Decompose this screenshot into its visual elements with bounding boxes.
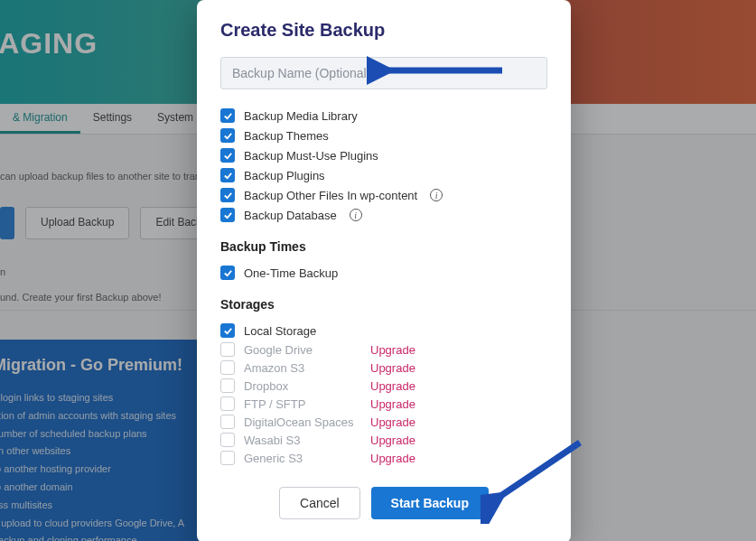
- check-media-library[interactable]: Backup Media Library: [220, 106, 547, 126]
- upgrade-link[interactable]: Upgrade: [370, 361, 415, 375]
- upgrade-link[interactable]: Upgrade: [370, 434, 415, 447]
- storage-label: Google Drive: [244, 343, 361, 357]
- storages-heading: Storages: [220, 297, 547, 312]
- upgrade-link[interactable]: Upgrade: [370, 343, 415, 357]
- checkbox-icon: [220, 148, 235, 163]
- modal-title: Create Site Backup: [220, 20, 547, 41]
- upgrade-link[interactable]: Upgrade: [370, 415, 415, 429]
- storage-wasabi: Wasabi S3 Upgrade: [220, 431, 547, 449]
- check-label: Backup Plugins: [244, 169, 325, 182]
- storage-label: Dropbox: [244, 379, 361, 393]
- checkbox-icon: [220, 451, 235, 465]
- storage-digitalocean: DigitalOcean Spaces Upgrade: [220, 413, 547, 431]
- check-other-files[interactable]: Backup Other Files In wp-content i: [220, 185, 547, 205]
- storage-google-drive: Google Drive Upgrade: [220, 340, 547, 359]
- check-label: One-Time Backup: [244, 266, 338, 280]
- check-label: Local Storage: [244, 324, 361, 338]
- checkbox-icon: [220, 266, 235, 280]
- storage-label: FTP / SFTP: [244, 397, 361, 411]
- upgrade-link[interactable]: Upgrade: [370, 452, 415, 465]
- upgrade-link[interactable]: Upgrade: [370, 379, 415, 393]
- storage-label: Wasabi S3: [244, 434, 361, 447]
- check-local-storage[interactable]: Local Storage: [220, 321, 547, 340]
- check-themes[interactable]: Backup Themes: [220, 126, 547, 145]
- checkbox-icon: [220, 342, 235, 357]
- storage-dropbox: Dropbox Upgrade: [220, 377, 547, 395]
- checkbox-icon: [220, 208, 235, 222]
- checkbox-icon: [220, 433, 235, 447]
- checkbox-icon: [220, 360, 235, 375]
- check-mu-plugins[interactable]: Backup Must-Use Plugins: [220, 145, 547, 165]
- cancel-button[interactable]: Cancel: [279, 487, 360, 519]
- checkbox-icon: [220, 108, 235, 123]
- modal-actions: Cancel Start Backup: [220, 487, 547, 519]
- info-icon[interactable]: i: [430, 189, 443, 201]
- upgrade-link[interactable]: Upgrade: [370, 397, 415, 411]
- check-database[interactable]: Backup Database i: [220, 205, 547, 225]
- create-backup-modal: Create Site Backup Backup Media Library …: [197, 0, 571, 541]
- checkbox-icon: [220, 323, 235, 338]
- start-backup-button[interactable]: Start Backup: [371, 487, 489, 519]
- check-label: Backup Must-Use Plugins: [244, 149, 378, 163]
- check-label: Backup Database: [244, 209, 337, 222]
- storage-label: DigitalOcean Spaces: [244, 415, 361, 429]
- storage-label: Amazon S3: [244, 361, 361, 375]
- storage-ftp-sftp: FTP / SFTP Upgrade: [220, 395, 547, 413]
- storage-amazon-s3: Amazon S3 Upgrade: [220, 359, 547, 377]
- check-label: Backup Media Library: [244, 109, 358, 123]
- storage-label: Generic S3: [244, 452, 361, 465]
- backup-name-input[interactable]: [220, 57, 547, 89]
- checkbox-icon: [220, 378, 235, 393]
- check-label: Backup Other Files In wp-content: [244, 189, 417, 202]
- checkbox-icon: [220, 188, 235, 202]
- check-label: Backup Themes: [244, 129, 329, 143]
- checkbox-icon: [220, 128, 235, 143]
- check-one-time[interactable]: One-Time Backup: [220, 263, 547, 283]
- checkbox-icon: [220, 415, 235, 429]
- info-icon[interactable]: i: [350, 209, 362, 221]
- backup-times-heading: Backup Times: [220, 239, 547, 254]
- checkbox-icon: [220, 396, 235, 411]
- checkbox-icon: [220, 168, 235, 182]
- check-plugins[interactable]: Backup Plugins: [220, 165, 547, 185]
- storage-generic-s3: Generic S3 Upgrade: [220, 449, 547, 467]
